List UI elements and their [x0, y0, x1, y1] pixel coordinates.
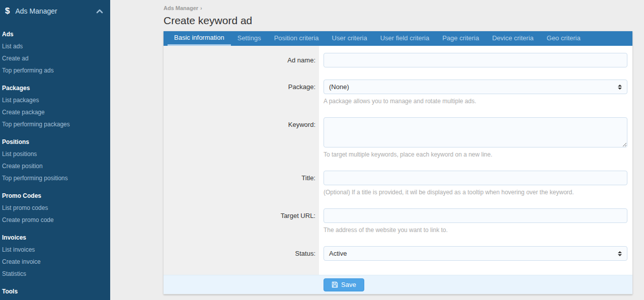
sidebar-section-packages: Packages	[2, 82, 108, 94]
tab-basic-information[interactable]: Basic information	[168, 31, 231, 46]
sidebar-item-top-performing-positions[interactable]: Top performing positions	[2, 172, 108, 184]
field-row-target-url: Target URL: The address of the website y…	[164, 208, 627, 234]
package-select-value: (None)	[329, 83, 618, 91]
keyword-help-text: To target multiple keywords, place each …	[324, 151, 627, 159]
sidebar-section-ads: Ads	[2, 28, 108, 40]
field-row-keyword: Keyword: To target multiple keywords, pl…	[164, 117, 627, 159]
keyword-label: Keyword:	[164, 117, 319, 159]
tab-page-criteria[interactable]: Page criteria	[436, 31, 486, 46]
ad-name-label: Ad name:	[164, 53, 319, 67]
save-floppy-icon	[332, 281, 338, 288]
sidebar-title: Ads Manager	[15, 7, 96, 15]
package-help-text: A package allows you to manage and rotat…	[324, 98, 627, 105]
field-row-ad-name: Ad name:	[164, 53, 627, 67]
ad-name-input[interactable]	[324, 53, 627, 67]
basic-information-form: Ad name: Package: (None) A package allow…	[164, 46, 632, 275]
package-label: Package:	[164, 80, 319, 105]
sidebar-item-top-performing-packages[interactable]: Top performing packages	[2, 118, 108, 130]
breadcrumb-ads-manager[interactable]: Ads Manager	[164, 5, 198, 11]
sidebar-item-list-positions[interactable]: List positions	[2, 148, 108, 160]
sidebar-item-top-performing-ads[interactable]: Top performing ads	[2, 64, 108, 77]
sidebar-section-invoices: Invoices	[2, 232, 108, 244]
sidebar-item-statistics[interactable]: Statistics	[2, 268, 108, 280]
keyword-textarea[interactable]	[324, 117, 627, 147]
save-button-label: Save	[341, 281, 356, 288]
sidebar-nav: Ads List ads Create ad Top performing ad…	[0, 22, 110, 300]
tab-device-criteria[interactable]: Device criteria	[486, 31, 540, 46]
tab-geo-criteria[interactable]: Geo criteria	[540, 31, 587, 46]
field-row-title: Title: (Optional) If a title is provided…	[164, 171, 627, 196]
chevron-up-icon	[96, 9, 103, 14]
tab-user-criteria[interactable]: User criteria	[326, 31, 374, 46]
sidebar-header-ads-manager[interactable]: $ Ads Manager	[0, 0, 110, 22]
sidebar-item-list-packages[interactable]: List packages	[2, 94, 108, 106]
status-select-value: Active	[329, 250, 618, 257]
sidebar-section-positions: Positions	[2, 136, 108, 148]
sidebar-item-create-package[interactable]: Create package	[2, 106, 108, 118]
form-footer: Save	[164, 275, 632, 294]
sidebar-item-list-ads[interactable]: List ads	[2, 40, 108, 52]
form-panel: Basic information Settings Position crit…	[164, 31, 632, 294]
sidebar-item-create-invoice[interactable]: Create invoice	[2, 256, 108, 268]
tab-bar: Basic information Settings Position crit…	[164, 31, 632, 46]
main-content: Ads Manager› Create keyword ad Basic inf…	[164, 0, 632, 294]
tab-settings[interactable]: Settings	[231, 31, 268, 46]
sidebar-item-create-promo-code[interactable]: Create promo code	[2, 214, 108, 226]
target-url-input[interactable]	[324, 208, 627, 223]
package-select[interactable]: (None)	[324, 80, 627, 94]
field-row-package: Package: (None) A package allows you to …	[164, 80, 627, 105]
field-row-status: Status: Active	[164, 246, 627, 261]
breadcrumb-separator-icon: ›	[200, 5, 202, 11]
target-url-label: Target URL:	[164, 208, 319, 234]
select-stepper-icon	[618, 85, 622, 90]
status-label: Status:	[164, 246, 319, 261]
target-url-help-text: The address of the website you want to l…	[324, 227, 627, 234]
sidebar-section-promo-codes: Promo Codes	[2, 190, 108, 202]
sidebar: $ Ads Manager Ads List ads Create ad Top…	[0, 0, 110, 300]
title-label: Title:	[164, 171, 319, 196]
sidebar-item-list-invoices[interactable]: List invoices	[2, 244, 108, 256]
status-select[interactable]: Active	[324, 246, 627, 261]
sidebar-item-list-promo-codes[interactable]: List promo codes	[2, 202, 108, 214]
title-help-text: (Optional) If a title is provided, it wi…	[324, 189, 627, 196]
tab-position-criteria[interactable]: Position criteria	[268, 31, 326, 46]
title-input[interactable]	[324, 171, 627, 185]
sidebar-item-create-ad[interactable]: Create ad	[2, 52, 108, 64]
sidebar-section-tools: Tools	[2, 285, 108, 297]
select-stepper-icon	[618, 251, 622, 256]
tab-user-field-criteria[interactable]: User field criteria	[374, 31, 436, 46]
sidebar-item-change-ad-owner[interactable]: Change ad owner	[2, 297, 108, 300]
dollar-icon: $	[5, 6, 10, 16]
breadcrumb: Ads Manager›	[164, 5, 632, 11]
sidebar-item-create-position[interactable]: Create position	[2, 160, 108, 172]
save-button[interactable]: Save	[324, 278, 364, 291]
page-title: Create keyword ad	[164, 15, 632, 27]
